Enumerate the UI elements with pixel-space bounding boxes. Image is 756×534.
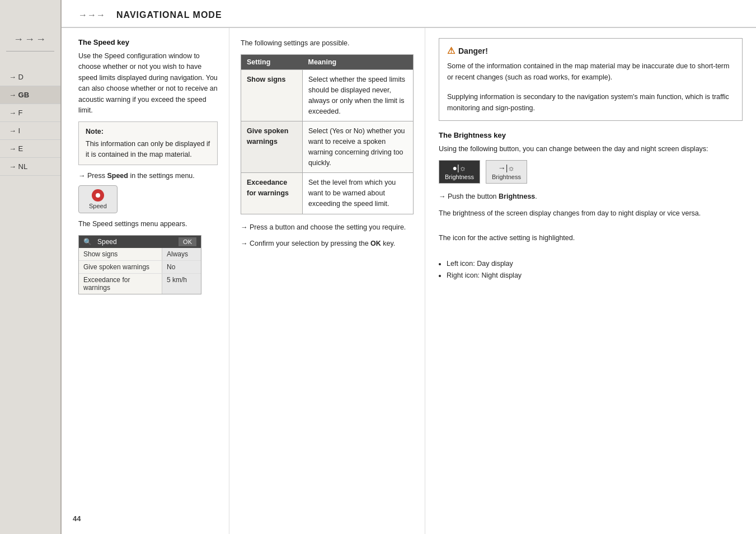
sidebar-item-gb[interactable]: → GB <box>0 86 60 104</box>
header-title: NAVIGATIONAL MODE <box>116 10 222 20</box>
mini-table-header: 🔍 Speed OK <box>79 236 201 248</box>
table-row: Give spoken warnings Select (Yes or No) … <box>241 121 414 173</box>
mini-table-header-label: Speed <box>97 238 117 246</box>
arrow-press-button: Press a button and choose the setting yo… <box>241 222 414 233</box>
danger-text-1: Some of the information contained in the… <box>447 60 734 83</box>
danger-text-2: Supplying information is secondary to th… <box>447 91 734 114</box>
left-column: The Speed key Use the Speed configuratio… <box>62 28 229 534</box>
bullet-right-icon: Right icon: Night display <box>447 270 743 282</box>
table-row: Show signs Always <box>79 248 201 261</box>
sidebar-logo: →→→ <box>6 34 54 51</box>
speed-icon-label: Speed <box>89 203 107 209</box>
danger-triangle-icon: ⚠ <box>447 45 455 56</box>
mini-table-header-icon: 🔍 <box>83 238 92 246</box>
row-value-exceedance: 5 km/h <box>162 274 201 294</box>
sidebar-item-f[interactable]: → F <box>0 104 60 122</box>
speed-menu-appears: The Speed settings menu appears. <box>78 219 218 229</box>
header-arrows: →→→ <box>78 10 105 20</box>
danger-box: ⚠ Danger! Some of the information contai… <box>439 38 743 121</box>
right-column: ⚠ Danger! Some of the information contai… <box>425 28 756 534</box>
speed-icon <box>92 189 104 202</box>
brightness-night-icon: →|☼ <box>498 163 515 172</box>
danger-label: Danger! <box>458 46 488 55</box>
speed-key-heading: The Speed key <box>78 38 218 46</box>
arrow-instruction-speed: Press Speed in the settings menu. <box>78 172 218 180</box>
row-value-spoken: No <box>162 261 201 273</box>
arrow-confirm-ok: Confirm your selection by pressing the O… <box>241 238 414 249</box>
row-label-exceedance: Exceedance for warnings <box>79 274 162 294</box>
mini-settings-table: 🔍 Speed OK Show signs Always Give spoken… <box>78 235 201 294</box>
table-row: Exceedance for warnings 5 km/h <box>79 274 201 294</box>
brightness-buttons-container: ●|☼ Brightness →|☼ Brightness <box>439 160 743 184</box>
setting-name-exceedance: Exceedance for warnings <box>241 173 303 214</box>
setting-name-showsigns: Show signs <box>241 70 303 121</box>
brightness-bullet-list: Left icon: Day display Right icon: Night… <box>447 258 743 282</box>
brightness-heading: The Brightness key <box>439 131 743 139</box>
brightness-para1: The brightness of the screen display cha… <box>439 208 743 219</box>
arrow-push-brightness: Push the button Brightness. <box>439 191 743 202</box>
sidebar-item-d[interactable]: → D <box>0 68 60 86</box>
ok-button[interactable]: OK <box>179 237 196 246</box>
meaning-exceedance: Set the level from which you want to be … <box>303 173 414 214</box>
brightness-para2: The icon for the active setting is highl… <box>439 233 743 243</box>
meaning-spoken: Select (Yes or No) whether you want to r… <box>303 121 414 173</box>
bullet-left-icon: Left icon: Day display <box>447 258 743 270</box>
middle-intro: The following settings are possible. <box>241 38 414 49</box>
row-value-showsigns: Always <box>162 248 201 260</box>
sidebar: →→→ → D → GB → F → I → E → NL <box>0 0 62 534</box>
sidebar-item-e[interactable]: → E <box>0 140 60 158</box>
speed-icon-dot <box>96 193 100 198</box>
brightness-intro: Using the following button, you can chan… <box>439 144 743 154</box>
content-area: The Speed key Use the Speed configuratio… <box>62 28 756 534</box>
note-text: This information can only be displayed i… <box>86 140 210 158</box>
row-label-showsigns: Show signs <box>79 248 162 260</box>
note-box: Note: This information can only be displ… <box>78 121 218 165</box>
sidebar-item-nl[interactable]: → NL <box>0 158 60 176</box>
brightness-btn2-label: Brightness <box>492 174 521 180</box>
brightness-btn1-label: Brightness <box>445 174 474 180</box>
settings-table: Setting Meaning Show signs Select whethe… <box>241 54 414 214</box>
main-content: →→→ NAVIGATIONAL MODE The Speed key Use … <box>62 0 756 534</box>
setting-name-spoken: Give spoken warnings <box>241 121 303 173</box>
middle-column: The following settings are possible. Set… <box>229 28 425 534</box>
speed-description: Use the Speed configuration window to ch… <box>78 51 218 116</box>
danger-header: ⚠ Danger! <box>447 45 734 56</box>
note-label: Note: <box>86 127 210 137</box>
col-setting: Setting <box>241 55 303 70</box>
header: →→→ NAVIGATIONAL MODE <box>62 0 756 28</box>
sidebar-item-i[interactable]: → I <box>0 122 60 140</box>
speed-icon-box: Speed <box>78 185 118 213</box>
table-row: Show signs Select whether the speed limi… <box>241 70 414 121</box>
table-row: Give spoken warnings No <box>79 261 201 274</box>
brightness-button-day[interactable]: ●|☼ Brightness <box>439 160 480 184</box>
page-number: 44 <box>73 514 81 523</box>
brightness-button-night[interactable]: →|☼ Brightness <box>486 160 527 184</box>
brightness-day-icon: ●|☼ <box>453 163 467 172</box>
table-row: Exceedance for warnings Set the level fr… <box>241 173 414 214</box>
row-label-spoken: Give spoken warnings <box>79 261 162 273</box>
meaning-showsigns: Select whether the speed limits should b… <box>303 70 414 121</box>
col-meaning: Meaning <box>303 55 414 70</box>
